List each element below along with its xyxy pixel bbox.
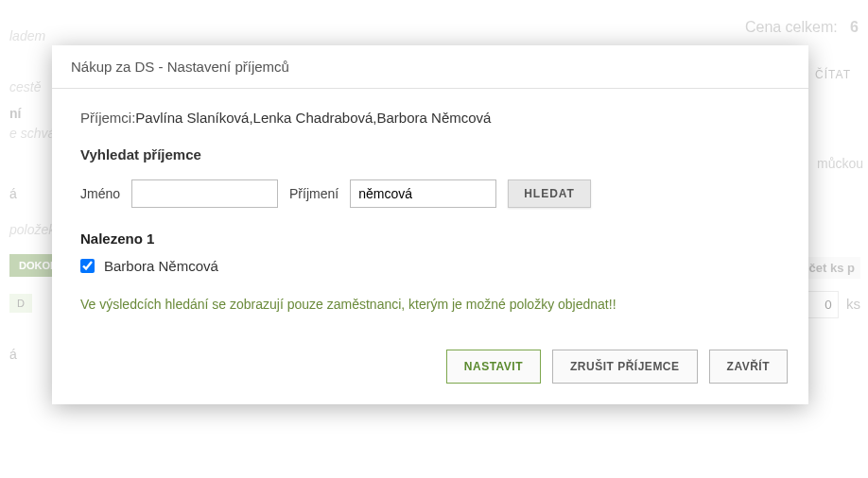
close-button[interactable]: ZAVŘÍT xyxy=(709,350,788,384)
result-checkbox[interactable] xyxy=(80,259,95,273)
result-name: Barbora Němcová xyxy=(104,258,218,274)
recipients-line: Příjemci:Pavlína Slaníková,Lenka Chadrab… xyxy=(80,110,780,126)
cancel-recipients-button[interactable]: ZRUŠIT PŘÍJEMCE xyxy=(552,350,698,384)
firstname-label: Jméno xyxy=(80,186,120,201)
recipients-value: Pavlína Slaníková,Lenka Chadrabová,Barbo… xyxy=(135,110,491,126)
search-section-title: Vyhledat příjemce xyxy=(80,146,780,162)
recipients-label: Příjemci: xyxy=(80,110,135,126)
result-row: Barbora Němcová xyxy=(80,258,780,274)
modal-title: Nákup za DS - Nastavení příjemců xyxy=(52,45,808,89)
search-row: Jméno Příjmení HLEDAT xyxy=(80,179,780,208)
set-button[interactable]: NASTAVIT xyxy=(446,350,541,384)
recipients-modal: Nákup za DS - Nastavení příjemců Příjemc… xyxy=(52,45,808,404)
lastname-label: Příjmení xyxy=(289,186,339,201)
firstname-input[interactable] xyxy=(131,179,278,208)
results-count: Nalezeno 1 xyxy=(80,230,780,247)
modal-body: Příjemci:Pavlína Slaníková,Lenka Chadrab… xyxy=(52,89,808,333)
lastname-input[interactable] xyxy=(350,179,496,208)
modal-footer: NASTAVIT ZRUŠIT PŘÍJEMCE ZAVŘÍT xyxy=(52,333,808,404)
search-button[interactable]: HLEDAT xyxy=(508,179,591,208)
results-info-text: Ve výsledcích hledání se zobrazují pouze… xyxy=(80,297,780,312)
